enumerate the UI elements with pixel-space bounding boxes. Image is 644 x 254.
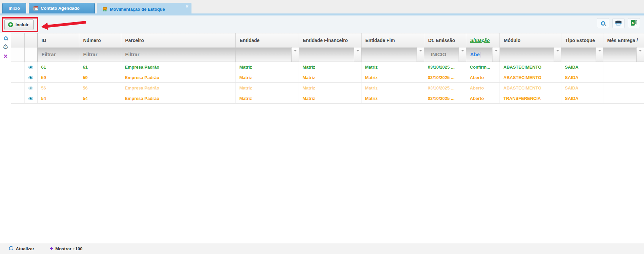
cell-entidade-fim: Matriz: [361, 62, 424, 72]
filter-id-cell: [37, 47, 79, 62]
column-header-id[interactable]: ID: [37, 33, 79, 47]
row-spacer: [11, 83, 24, 93]
cell-parceiro: Empresa Padrão: [121, 62, 235, 72]
chevron-down-icon[interactable]: [354, 47, 361, 62]
atualizar-label: Atualizar: [16, 246, 34, 251]
filter-modulo-dropdown[interactable]: [500, 47, 561, 62]
row-spacer: [11, 62, 24, 72]
cell-tipo-estoque: SAIDA: [561, 93, 603, 104]
clear-filter-icon[interactable]: ×: [4, 53, 8, 59]
column-header-situacao[interactable]: Situação: [466, 33, 500, 47]
tab-label: Movimentação de Estoque: [110, 7, 165, 12]
cell-id: 61: [37, 62, 79, 72]
view-row-icon[interactable]: [28, 86, 33, 90]
cell-parceiro: Empresa Padrão: [121, 72, 235, 83]
cell-entidade: Matriz: [235, 62, 299, 72]
row-spacer: [11, 93, 24, 104]
cell-entidade-financeiro: Matriz: [299, 93, 361, 104]
search-icon[interactable]: [4, 36, 8, 40]
table-row[interactable]: 56 56 Empresa Padrão Matriz Matriz Matri…: [11, 83, 644, 93]
chevron-down-icon[interactable]: [291, 47, 299, 62]
filter-numero-input[interactable]: [79, 51, 118, 57]
cell-tipo-estoque: SAIDA: [561, 72, 603, 83]
tab-inicio[interactable]: Início: [2, 3, 26, 13]
column-header-tipo-estoque[interactable]: Tipo Estoque: [561, 33, 603, 47]
filter-dt-emissao-dropdown[interactable]: INICIO: [424, 47, 466, 62]
search-icon: [601, 21, 605, 26]
column-header-parceiro[interactable]: Parceiro: [121, 33, 235, 47]
cell-dt-emissao: 03/10/2025 ...: [424, 72, 466, 83]
column-header-mes-entrega[interactable]: Mês Entrega /: [603, 33, 644, 47]
mostrar-100-button[interactable]: + Mostrar +100: [50, 246, 83, 251]
header-row: ID Número Parceiro Entidade Entidade Fin…: [11, 33, 644, 47]
search-button[interactable]: [597, 18, 609, 28]
cell-numero: 59: [79, 72, 121, 83]
api-gear-icon[interactable]: ⚙API: [3, 43, 9, 50]
table-row[interactable]: 61 61 Empresa Padrão Matriz Matriz Matri…: [11, 62, 644, 72]
filter-id-input[interactable]: [38, 51, 76, 57]
cell-dt-emissao: 03/10/2025 ...: [424, 93, 466, 104]
cell-numero: 54: [79, 93, 121, 104]
annotation-red-box: [2, 17, 38, 32]
filter-parceiro-input[interactable]: [121, 51, 226, 57]
filter-situacao-dropdown[interactable]: Abe: [466, 47, 500, 62]
dt-emissao-filter-value: INICIO: [424, 51, 446, 57]
svg-text:x: x: [632, 21, 634, 25]
filter-tipo-estoque-dropdown[interactable]: [561, 47, 603, 62]
refresh-icon: [9, 246, 13, 252]
cart-icon: [102, 6, 108, 12]
chevron-down-icon[interactable]: [417, 47, 424, 62]
view-row-icon[interactable]: [28, 97, 33, 100]
view-row-icon[interactable]: [28, 66, 33, 69]
row-view-cell: [24, 93, 37, 104]
table-row[interactable]: 54 54 Empresa Padrão Matriz Matriz Matri…: [11, 93, 644, 104]
cell-modulo: ABASTECIMENTO: [500, 83, 561, 93]
column-header-entidade[interactable]: Entidade: [235, 33, 299, 47]
column-header-numero[interactable]: Número: [79, 33, 121, 47]
row-view-cell: [24, 83, 37, 93]
cell-entidade: Matriz: [235, 72, 299, 83]
chevron-down-icon[interactable]: [636, 47, 644, 62]
footer-bar: Atualizar + Mostrar +100: [0, 243, 644, 254]
toolbar: + Incluir: [0, 15, 644, 33]
view-row-icon[interactable]: [28, 76, 33, 79]
cell-dt-emissao: 03/10/2025 ...: [424, 62, 466, 72]
column-header-modulo[interactable]: Módulo: [500, 33, 561, 47]
filter-entidade-dropdown[interactable]: [235, 47, 299, 62]
column-header-entidade-fim[interactable]: Entidade Fim: [361, 33, 424, 47]
cell-situacao: Aberto: [466, 83, 500, 93]
filter-entidade-fim-dropdown[interactable]: [361, 47, 424, 62]
tab-close-icon[interactable]: ×: [185, 4, 188, 9]
chevron-down-icon[interactable]: [554, 47, 561, 62]
filter-mes-entrega-dropdown[interactable]: [603, 47, 644, 62]
toolbar-right-icons: x: [597, 18, 640, 28]
cell-tipo-estoque: SAIDA: [561, 83, 603, 93]
chevron-down-icon[interactable]: [492, 47, 500, 62]
print-button[interactable]: [612, 18, 625, 28]
app-window: Início Contato Agendado: [0, 0, 644, 254]
chevron-down-icon[interactable]: [459, 47, 466, 62]
tab-label: Contato Agendado: [41, 6, 80, 11]
mostrar-label: Mostrar +100: [55, 246, 83, 251]
tab-label: Início: [9, 6, 20, 11]
chevron-down-icon[interactable]: [596, 47, 603, 62]
export-excel-button[interactable]: x: [628, 18, 640, 28]
atualizar-button[interactable]: Atualizar: [9, 246, 34, 252]
tab-contato-agendado[interactable]: Contato Agendado: [29, 3, 95, 13]
filter-parceiro-cell: [121, 47, 235, 62]
calendar-icon: [33, 6, 38, 11]
cell-mes-entrega: [603, 83, 644, 93]
situacao-filter-value: Abe: [466, 51, 480, 57]
row-view-cell: [24, 72, 37, 83]
filter-view: [24, 47, 37, 62]
left-rail: ⚙API ×: [0, 33, 11, 104]
cell-modulo: ABASTECIMENTO: [500, 72, 561, 83]
row-spacer: [11, 72, 24, 83]
column-header-dt-emissao[interactable]: Dt. Emissão: [424, 33, 466, 47]
column-header-entidade-financeiro[interactable]: Entidade Financeiro: [299, 33, 361, 47]
filter-entidade-financeiro-dropdown[interactable]: [299, 47, 361, 62]
table-row[interactable]: 59 59 Empresa Padrão Matriz Matriz Matri…: [11, 72, 644, 83]
cell-entidade-financeiro: Matriz: [299, 83, 361, 93]
cell-parceiro: Empresa Padrão: [121, 93, 235, 104]
cell-entidade-fim: Matriz: [361, 93, 424, 104]
